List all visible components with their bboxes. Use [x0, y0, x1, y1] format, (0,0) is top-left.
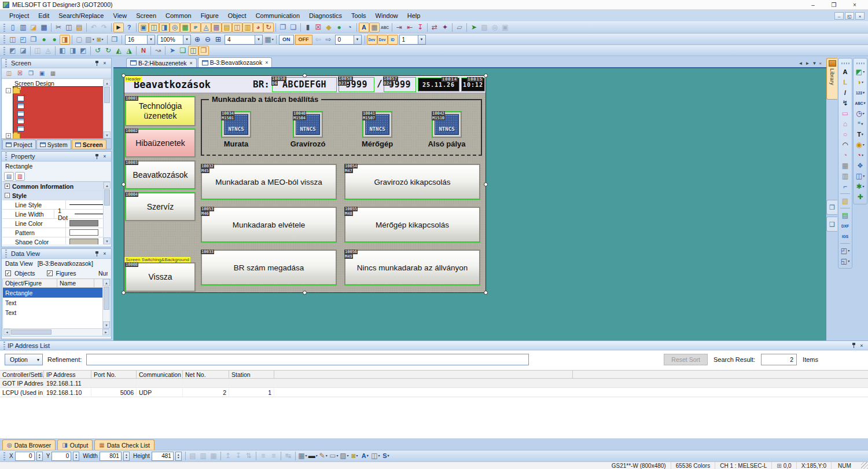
- data-view-column-header[interactable]: Object/Figure: [3, 279, 57, 287]
- paste-icon[interactable]: ▤: [74, 23, 84, 32]
- edit-vertex-icon[interactable]: ↝: [153, 46, 163, 56]
- tile-window-icon[interactable]: ❏: [288, 23, 299, 32]
- new-screen-icon[interactable]: ◫: [8, 35, 18, 45]
- grid-style-icon[interactable]: ▦: [297, 451, 308, 461]
- rotate-left-icon[interactable]: ↺: [93, 46, 103, 56]
- data-view-hscrollbar[interactable]: ◄►: [3, 328, 109, 335]
- panel-grip[interactable]: [3, 342, 5, 350]
- hmi-back-button[interactable]: 10008Vissza: [126, 263, 195, 291]
- selection-handle[interactable]: [122, 74, 126, 78]
- minimize-button[interactable]: –: [803, 1, 823, 9]
- zoom-out-icon[interactable]: ⊖: [203, 35, 213, 45]
- mdi-restore-button[interactable]: ◱: [845, 12, 854, 20]
- chevron-down-icon[interactable]: ▼: [255, 35, 262, 44]
- object-snap-icon[interactable]: ❏: [178, 46, 188, 56]
- verify-icon[interactable]: ↧: [415, 23, 425, 32]
- flip-horizontal-icon[interactable]: ◭: [113, 46, 124, 56]
- grid-off-button[interactable]: OFF: [295, 35, 312, 45]
- device-comment-icon[interactable]: ◆: [323, 23, 334, 32]
- open-screen-icon[interactable]: ◰: [18, 35, 28, 45]
- hmi-action-button-10054[interactable]: 10054M47Gravirozó kikapcsolás: [345, 164, 480, 199]
- graph-object-icon[interactable]: ◔: [855, 151, 866, 160]
- meter-object-icon[interactable]: ◉: [855, 140, 866, 149]
- consecutive-copy-icon[interactable]: N: [138, 46, 149, 56]
- hmi-nav-button-1[interactable]: 10001Technológia üzenetek: [126, 97, 195, 126]
- parts-import-icon[interactable]: ◱: [840, 257, 851, 266]
- hatch-display-icon[interactable]: ▨: [84, 35, 95, 45]
- figures-checkbox[interactable]: ✓: [47, 270, 53, 276]
- panel-tab-system[interactable]: System: [36, 140, 71, 149]
- comment-display-icon[interactable]: “: [855, 119, 866, 129]
- menu-edit[interactable]: Edit: [34, 10, 54, 21]
- data-view-column-header[interactable]: Name: [57, 279, 94, 287]
- tab-close-icon[interactable]: ×: [819, 61, 822, 66]
- property-list-icon[interactable]: ▤: [4, 172, 14, 181]
- hmi-tray-switch-grav-roz-[interactable]: 10040M1504NTNCS: [293, 112, 322, 137]
- object-id-display-button[interactable]: ID: [388, 35, 398, 45]
- sector-icon[interactable]: ◔: [840, 151, 851, 160]
- custom-align-icon[interactable]: ↹: [283, 451, 293, 461]
- data-view-row[interactable]: Text: [3, 298, 110, 307]
- library-import-icon[interactable]: ◰: [840, 246, 851, 255]
- screen-list-icon[interactable]: ▦: [180, 23, 190, 32]
- switch-object-icon[interactable]: ◩: [855, 67, 866, 76]
- pin-icon[interactable]: [93, 250, 101, 258]
- open-icon[interactable]: ◪: [28, 23, 39, 32]
- device-comment-display-button[interactable]: Dev: [377, 35, 388, 45]
- font-size-combo[interactable]: 16▼: [125, 35, 155, 45]
- system-diagnostics-icon[interactable]: ✦: [440, 23, 450, 32]
- text-check-icon[interactable]: ABC: [380, 23, 390, 32]
- ascii-display-icon[interactable]: ABC: [855, 98, 866, 108]
- width-spinner[interactable]: Width801▲▼: [83, 452, 130, 461]
- recipe-display-icon[interactable]: ◫: [855, 171, 866, 181]
- undo-icon[interactable]: ↶: [89, 23, 99, 32]
- align-right-icon[interactable]: ◩: [78, 46, 89, 56]
- menu-project[interactable]: Project: [5, 10, 34, 21]
- time-display[interactable]: 10015 10:12: [461, 78, 485, 91]
- count-display-2[interactable]: 10057 D24 9999: [384, 77, 416, 92]
- data-table-icon[interactable]: ▦: [369, 23, 380, 32]
- tree-item-screen-design[interactable]: Screen Design: [2, 79, 111, 87]
- prev-screen-icon[interactable]: ●: [39, 35, 49, 45]
- y-spinner[interactable]: Y0▲▼: [46, 452, 80, 461]
- state-combo[interactable]: 0▼: [335, 35, 362, 45]
- parts-image-icon[interactable]: ▩: [211, 23, 222, 32]
- tree-expander-icon[interactable]: +: [6, 133, 11, 138]
- dxf-import-icon[interactable]: DXF: [840, 221, 851, 230]
- label-green-icon[interactable]: ●: [334, 23, 344, 32]
- hmi-tray-switch-als-p-lya[interactable]: 10042M1510NTNCS: [432, 112, 461, 137]
- close-button[interactable]: ×: [844, 1, 865, 9]
- selection-handle[interactable]: [122, 291, 126, 295]
- hmi-action-button-10033[interactable]: 10033BR szám megadása: [201, 250, 336, 285]
- frame-color-icon[interactable]: ▭: [329, 451, 339, 461]
- align-left-edge-icon[interactable]: ▤: [187, 451, 198, 461]
- mdi-close-button[interactable]: ×: [855, 12, 865, 20]
- polyline-icon[interactable]: ↯: [840, 98, 851, 108]
- fit-screen-icon[interactable]: ⊞: [213, 35, 223, 45]
- selection-handle[interactable]: [484, 291, 488, 295]
- screen-property-small-icon[interactable]: ▣: [37, 69, 47, 78]
- selection-handle[interactable]: [484, 182, 488, 186]
- group-expander-icon[interactable]: +: [5, 184, 10, 189]
- selection-handle[interactable]: [303, 291, 307, 295]
- toolbar-grip[interactable]: [3, 47, 5, 55]
- close-panel-icon[interactable]: ×: [858, 342, 866, 349]
- menu-search-replace[interactable]: Search/Replace: [54, 10, 108, 21]
- height-spinner[interactable]: Height481▲▼: [133, 452, 182, 461]
- align-top-icon[interactable]: ↥: [223, 451, 233, 461]
- piping-icon[interactable]: ⌐: [840, 182, 851, 191]
- dock-tab-data-check-list[interactable]: ▦Data Check List: [94, 439, 155, 450]
- delete-screen-icon[interactable]: ☒: [15, 69, 25, 78]
- scale-figure-icon[interactable]: ▥: [840, 171, 851, 181]
- simulator-watch-icon[interactable]: ◎: [490, 23, 500, 32]
- pattern-style-icon[interactable]: ▨: [339, 451, 350, 461]
- select-mode-icon[interactable]: ➤: [167, 46, 178, 56]
- hmi-action-button-10032[interactable]: 10032M45Munkadarab a MEO-ból vissza: [201, 164, 336, 199]
- write-to-got-icon[interactable]: ⇥: [394, 23, 404, 32]
- box-select-icon[interactable]: ▱: [454, 23, 465, 32]
- refresh-icon[interactable]: ↻: [263, 23, 274, 32]
- menu-view[interactable]: View: [109, 10, 132, 21]
- align-bottom-icon[interactable]: ↧: [233, 451, 244, 461]
- logo-text-icon[interactable]: L: [840, 78, 851, 87]
- grid-color-icon[interactable]: ▦: [264, 35, 274, 45]
